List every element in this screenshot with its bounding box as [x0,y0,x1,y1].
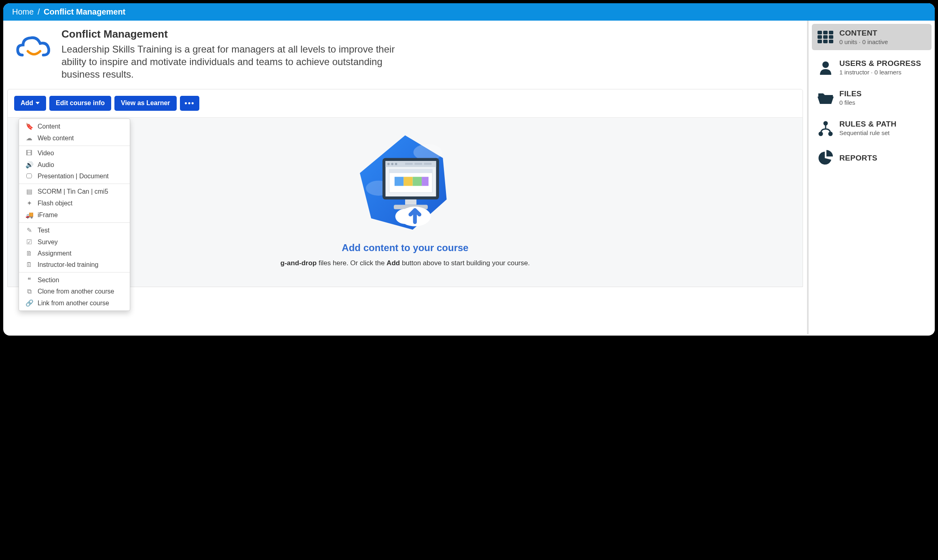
bookmark-icon: 🔖 [25,123,33,130]
course-title: Conflict Management [61,28,417,40]
course-logo [15,28,53,67]
edit-icon: ✎ [25,226,33,234]
sidebar-sublabel: 0 files [839,99,862,106]
empty-sub-add: Add [387,259,400,267]
empty-state-title: Add content to your course [16,242,794,254]
sidebar-label: REPORTS [839,154,877,163]
pie-chart-icon [818,150,834,166]
svg-rect-23 [829,31,833,34]
add-button[interactable]: Add [14,96,46,111]
puzzle-icon: ✦ [25,199,33,207]
svg-rect-9 [414,163,422,165]
add-menu-web-content[interactable]: ☁Web content [19,132,130,144]
caret-down-icon [36,102,40,104]
app-frame: Home / Conflict Management Conflict Mana… [2,2,936,336]
sidebar-label: RULES & PATH [839,120,896,129]
quote-icon: ❝ [25,276,33,284]
sidebar-label: CONTENT [839,29,888,38]
dropdown-separator [19,184,130,184]
link-icon: 🔗 [25,299,33,307]
sidebar-label: USERS & PROGRESS [839,59,921,68]
folder-icon [818,90,834,106]
add-menu-link[interactable]: 🔗Link from another course [19,297,130,309]
svg-rect-25 [823,35,828,39]
add-menu-presentation[interactable]: 🖵Presentation | Document [19,171,130,182]
sidebar-sublabel: 0 units · 0 inactive [839,38,888,45]
svg-point-33 [829,132,832,135]
svg-rect-10 [424,163,432,165]
empty-state-illustration [349,130,462,239]
svg-point-31 [824,122,827,125]
course-header: Conflict Management Leadership Skills Tr… [3,21,807,83]
add-menu-section[interactable]: ❝Section [19,274,130,286]
sidebar-label: FILES [839,89,862,98]
user-icon [818,59,834,76]
add-menu-ilt[interactable]: 🗓Instructor-led training [19,259,130,270]
svg-rect-27 [818,40,822,43]
add-menu-iframe[interactable]: 🚚iFrame [19,209,130,221]
empty-state-subtitle: g-and-drop files here. Or click the Add … [16,259,794,267]
course-description: Leadership Skills Training is a great fo… [61,43,417,81]
svg-rect-24 [818,35,822,39]
svg-point-32 [819,132,822,135]
breadcrumb-sep: / [38,7,40,16]
sidebar-item-rules[interactable]: RULES & PATH Sequential rule set [812,115,932,141]
svg-point-5 [387,163,390,165]
sidebar-item-users[interactable]: USERS & PROGRESS 1 instructor · 0 learne… [812,54,932,80]
add-menu-assignment[interactable]: 🗎Assignment [19,248,130,259]
add-menu-content[interactable]: 🔖Content [19,120,130,132]
svg-point-6 [391,163,393,165]
content-toolbar: Add Edit course info View as Learner ••• [8,89,803,118]
add-button-label: Add [21,99,33,107]
breadcrumb-bar: Home / Conflict Management [3,3,935,21]
check-icon: ☑ [25,238,33,246]
svg-rect-12 [389,169,432,173]
svg-rect-26 [829,35,833,39]
film-icon: 🎞 [25,150,33,157]
svg-rect-29 [829,40,833,43]
svg-point-30 [822,61,829,68]
svg-rect-14 [404,177,412,186]
add-menu-survey[interactable]: ☑Survey [19,236,130,248]
cloud-icon: ☁ [25,134,33,142]
sidebar-item-content[interactable]: CONTENT 0 units · 0 inactive [812,24,932,50]
add-menu-scorm[interactable]: ▤SCORM | Tin Can | cmi5 [19,186,130,197]
more-actions-button[interactable]: ••• [180,96,200,111]
add-menu-audio[interactable]: 🔊Audio [19,159,130,171]
volume-icon: 🔊 [25,161,33,169]
svg-rect-13 [395,177,404,186]
package-icon: ▤ [25,188,33,195]
breadcrumb-title: Conflict Management [44,7,125,16]
add-menu-test[interactable]: ✎Test [19,224,130,236]
add-menu-video[interactable]: 🎞Video [19,148,130,159]
svg-rect-21 [818,31,822,34]
dropdown-separator [19,222,130,223]
truck-icon: 🚚 [25,211,33,219]
calendar-icon: 🗓 [25,261,33,268]
svg-rect-22 [823,31,828,34]
screen-icon: 🖵 [25,173,33,180]
svg-point-7 [395,163,397,165]
sidebar-sublabel: Sequential rule set [839,129,896,136]
add-dropdown: 🔖Content ☁Web content 🎞Video 🔊Audio 🖵Pre… [19,118,130,311]
right-sidebar: CONTENT 0 units · 0 inactive USERS & PRO… [807,21,935,334]
dropdown-separator [19,146,130,146]
breadcrumb-home[interactable]: Home [12,7,34,16]
sidebar-item-files[interactable]: FILES 0 files [812,85,932,111]
view-as-learner-button[interactable]: View as Learner [114,96,177,111]
svg-rect-16 [422,177,429,186]
svg-rect-28 [823,40,828,43]
svg-rect-8 [405,163,413,165]
add-menu-clone[interactable]: ⧉Clone from another course [19,286,130,297]
sidebar-item-reports[interactable]: REPORTS [812,145,932,171]
grid-icon [818,29,834,45]
path-icon [818,120,834,136]
add-menu-flash[interactable]: ✦Flash object [19,197,130,209]
svg-rect-17 [405,199,416,205]
document-icon: 🗎 [25,250,33,257]
copy-icon: ⧉ [25,288,33,295]
edit-course-info-button[interactable]: Edit course info [49,96,111,111]
empty-sub-dragdrop: g-and-drop [281,259,317,267]
sidebar-sublabel: 1 instructor · 0 learners [839,69,921,76]
svg-rect-15 [413,177,422,186]
